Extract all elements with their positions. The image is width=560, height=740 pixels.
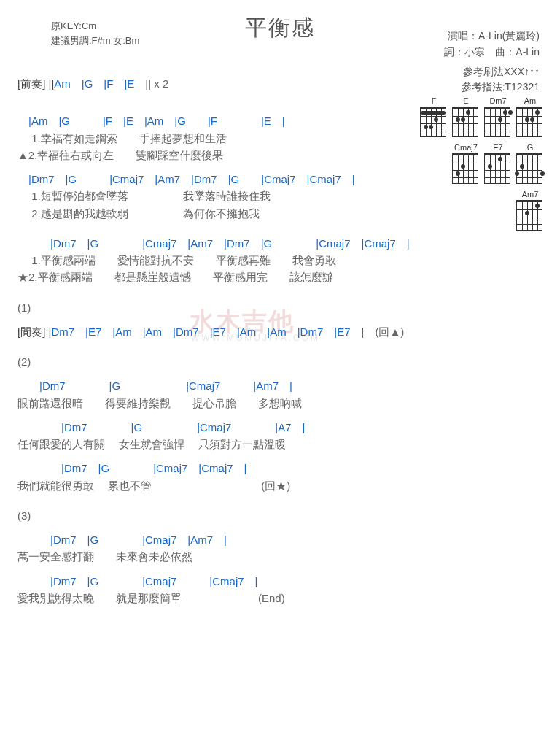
chord-diagrams: F E Dm7 Am [420, 96, 544, 236]
picking-pattern: 參考指法:T12321 [462, 80, 540, 95]
pattern-ref: 參考刷法XXX↑↑↑ 參考指法:T12321 [462, 64, 540, 95]
sec2-lyric-1: 眼前路還很暗 得要維持樂觀 提心吊膽 多想吶喊 [18, 395, 542, 412]
original-key: 原KEY:Cm [51, 19, 139, 34]
chorus-lyric-b: ★2.平衡感兩端 都是懸崖般遺憾 平衡感用完 該怎麼辦 [18, 269, 542, 285]
sec2-chords-1: |Dm7 |G |Cmaj7 |Am7 | [18, 377, 542, 394]
chord-diagram-am: Am [516, 96, 544, 137]
chord-diagram-f: F [420, 96, 448, 137]
sec2-lyric-3: 我們就能很勇敢 累也不管 (回★) [18, 477, 542, 494]
chorus-chords: |Dm7 |G |Cmaj7 |Am7 |Dm7 |G |Cmaj7 |Cmaj… [18, 235, 542, 252]
section-3-num: (3) [18, 507, 542, 524]
meta-left: 原KEY:Cm 建議男調:F#m 女:Bm [51, 19, 139, 47]
singer: 演唱：A-Lin(黃麗玲) [444, 28, 540, 44]
sec3-chords-1: |Dm7 |G |Cmaj7 |Am7 | [18, 531, 542, 548]
watermark-sub: WWW.MUMUJITA.COM [191, 333, 320, 343]
chord-diagram-am7: Am7 [516, 190, 544, 231]
sec3-lyric-2: 愛我別說得太晚 就是那麼簡單 (End) [18, 590, 542, 606]
meta-right: 演唱：A-Lin(黃麗玲) 詞：小寒 曲：A-Lin [444, 28, 540, 61]
sec3-lyric-1: 萬一安全感打翻 未來會未必依然 [18, 548, 542, 565]
chord-diagram-g: G [516, 143, 544, 184]
section-1-num: (1) [18, 299, 542, 316]
sec2-chords-3: |Dm7 |G |Cmaj7 |Cmaj7 | [18, 460, 542, 477]
credits: 詞：小寒 曲：A-Lin [444, 44, 540, 60]
chord-diagram-e7: E7 [484, 143, 512, 184]
chorus-lyric-a: 1.平衡感兩端 愛情能對抗不安 平衡感再難 我會勇敢 [18, 252, 542, 269]
strum-pattern: 參考刷法XXX↑↑↑ [462, 64, 540, 80]
chord-diagram-dm7: Dm7 [484, 96, 512, 137]
sec3-chords-2: |Dm7 |G |Cmaj7 |Cmaj7 | [18, 573, 542, 590]
section-2-num: (2) [18, 353, 542, 370]
sec2-chords-2: |Dm7 |G |Cmaj7 |A7 | [18, 419, 542, 436]
chord-diagram-e: E [452, 96, 480, 137]
suggested-key: 建議男調:F#m 女:Bm [51, 34, 139, 48]
sec2-lyric-2: 任何跟愛的人有關 女生就會強悍 只須對方一點溫暖 [18, 436, 542, 452]
chord-diagram-cmaj7: Cmaj7 [452, 143, 480, 184]
